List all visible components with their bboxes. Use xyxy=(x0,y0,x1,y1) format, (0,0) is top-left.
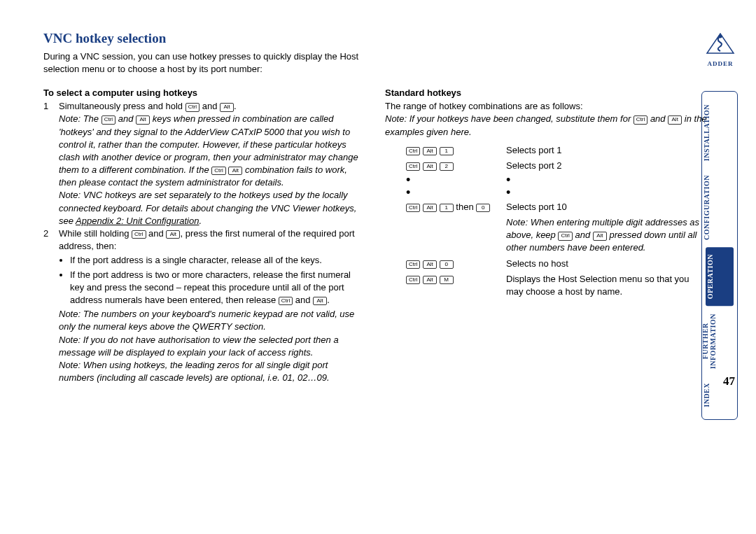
page-title: VNC hotkey selection xyxy=(43,29,714,48)
key-1: 1 xyxy=(440,204,454,212)
logo-text: ADDER xyxy=(706,59,735,69)
key-ctrl: Ctrl xyxy=(279,297,293,305)
hotkey-keys: Ctrl Alt 1 xyxy=(385,144,506,157)
dots: • xyxy=(385,188,506,197)
key-alt: Alt xyxy=(423,147,437,155)
key-ctrl: Ctrl xyxy=(186,103,200,111)
end: . xyxy=(234,101,237,111)
hotkey-row: Ctrl Alt 1 then 0 Selects port 10 xyxy=(385,201,707,213)
hotkey-row: Ctrl Alt 1 Selects port 1 xyxy=(385,144,707,157)
hotkey-row-dots: • • xyxy=(385,188,707,197)
hotkey-row: Ctrl Alt M Displays the Host Selection m… xyxy=(385,273,707,298)
key-0: 0 xyxy=(440,260,454,269)
key-alt: Alt xyxy=(668,115,682,124)
bullet-item: If the port address is a single characte… xyxy=(70,254,365,267)
key-0: 0 xyxy=(476,204,490,212)
left-column: To select a computer using hotkeys 1 Sim… xyxy=(43,87,365,384)
key-alt: Alt xyxy=(228,167,242,175)
document-page: VNC hotkey selection During a VNC sessio… xyxy=(0,0,756,405)
content-columns: To select a computer using hotkeys 1 Sim… xyxy=(43,87,714,384)
note-5: Note: When using hotkeys, the leading ze… xyxy=(59,359,365,384)
hotkey-multi-note: Note: When entering multiple digit addre… xyxy=(385,216,707,255)
and: and xyxy=(200,101,220,111)
step-number: 1 xyxy=(43,100,59,227)
note-1: Note: The Ctrl and Alt keys when pressed… xyxy=(59,113,365,189)
hotkey-keys: Ctrl Alt 1 then 0 xyxy=(385,201,506,213)
hotkey-desc: Selects port 10 xyxy=(506,201,707,213)
key-ctrl: Ctrl xyxy=(634,115,648,124)
note-2: Note: VNC hotkeys are set separately to … xyxy=(59,189,365,227)
hotkey-desc: Selects port 2 xyxy=(506,160,707,172)
key-alt: Alt xyxy=(423,162,437,171)
note-4: Note: If you do not have authorisation t… xyxy=(59,334,365,359)
key-alt: Alt xyxy=(166,230,180,239)
step1-text: Simultaneously press and hold xyxy=(59,101,186,111)
key-alt: Alt xyxy=(313,297,327,305)
dots: • xyxy=(385,175,506,185)
key-ctrl: Ctrl xyxy=(558,232,572,240)
left-subhead: To select a computer using hotkeys xyxy=(43,87,365,99)
svg-point-0 xyxy=(719,35,722,38)
hotkey-row-dots: • • xyxy=(385,175,707,185)
side-nav: INSTALLATION CONFIGURATION OPERATION FUR… xyxy=(701,91,738,420)
page-number: 47 xyxy=(723,373,735,390)
key-alt: Alt xyxy=(136,115,150,124)
key-alt: Alt xyxy=(220,103,234,111)
key-2: 2 xyxy=(440,162,454,171)
hotkey-keys: Ctrl Alt M xyxy=(385,273,506,298)
nav-installation[interactable]: INSTALLATION xyxy=(702,97,737,168)
intro-text: During a VNC session, you can use hotkey… xyxy=(43,50,365,76)
note-3: Note: The numbers on your keyboard's num… xyxy=(59,308,365,333)
dots: • xyxy=(506,188,707,197)
snake-icon xyxy=(706,29,735,56)
dots: • xyxy=(506,175,707,185)
nav-further-information[interactable]: FURTHERINFORMATION xyxy=(702,307,737,376)
step-body: Simultaneously press and hold Ctrl and A… xyxy=(59,100,365,227)
key-ctrl: Ctrl xyxy=(406,276,420,284)
key-ctrl: Ctrl xyxy=(406,204,420,212)
bullet-list: If the port address is a single characte… xyxy=(59,254,365,307)
step-number: 2 xyxy=(43,227,59,384)
adder-logo: ADDER xyxy=(706,29,735,69)
hotkey-desc: Selects port 1 xyxy=(506,144,707,157)
step-2: 2 While still holding Ctrl and Alt, pres… xyxy=(43,227,365,384)
step-1: 1 Simultaneously press and hold Ctrl and… xyxy=(43,100,365,227)
hotkey-keys: Ctrl Alt 2 xyxy=(385,160,506,172)
key-ctrl: Ctrl xyxy=(102,115,115,124)
key-ctrl: Ctrl xyxy=(406,147,420,155)
key-alt: Alt xyxy=(423,204,437,212)
key-ctrl: Ctrl xyxy=(406,260,420,269)
hotkey-row: Ctrl Alt 0 Selects no host xyxy=(385,258,707,270)
key-alt: Alt xyxy=(423,260,437,269)
nav-operation[interactable]: OPERATION xyxy=(706,247,734,306)
appendix-link[interactable]: Appendix 2: Unit Configuration xyxy=(76,216,199,226)
then: then xyxy=(454,202,477,212)
right-intro: The range of hotkey combinations are as … xyxy=(385,100,707,113)
nav-configuration[interactable]: CONFIGURATION xyxy=(702,168,737,247)
key-m: M xyxy=(440,276,454,284)
hotkey-table: Ctrl Alt 1 Selects port 1 Ctrl Alt 2 Sel… xyxy=(385,144,707,298)
key-1: 1 xyxy=(440,147,454,155)
hotkey-desc: Selects no host xyxy=(506,258,707,270)
hotkey-keys: Ctrl Alt 0 xyxy=(385,258,506,270)
key-ctrl: Ctrl xyxy=(406,162,420,171)
key-alt: Alt xyxy=(593,232,607,240)
bullet-item: If the port address is two or more chara… xyxy=(70,269,365,307)
right-note: Note: If your hotkeys have been changed,… xyxy=(385,113,707,138)
right-column: Standard hotkeys The range of hotkey com… xyxy=(385,87,707,384)
hotkey-desc: Displays the Host Selection menu so that… xyxy=(506,273,707,298)
hotkey-row: Ctrl Alt 2 Selects port 2 xyxy=(385,160,707,172)
right-subhead: Standard hotkeys xyxy=(385,87,707,99)
key-ctrl: Ctrl xyxy=(132,230,146,239)
key-ctrl: Ctrl xyxy=(211,167,225,175)
key-alt: Alt xyxy=(423,276,437,284)
step-body: While still holding Ctrl and Alt, press … xyxy=(59,227,365,384)
